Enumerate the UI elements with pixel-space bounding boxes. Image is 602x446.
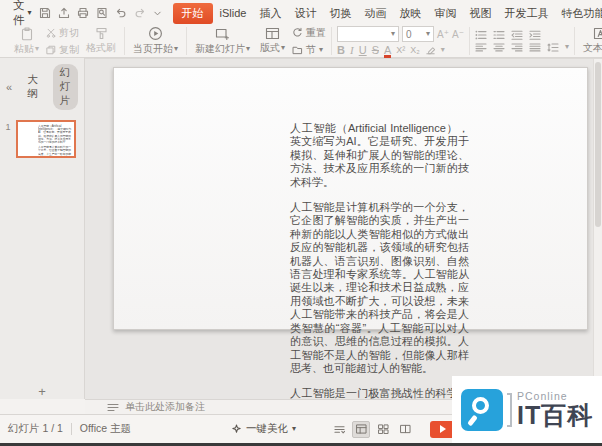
- align-right-icon[interactable]: [511, 43, 523, 52]
- slide-paragraph-1: 人工智能（Artificial Intelligence），英文缩写为AI。它是…: [290, 122, 469, 189]
- magnifier-logo-icon: [461, 389, 503, 431]
- print-button[interactable]: [77, 5, 89, 21]
- slide-counter: 幻灯片 1 / 1: [8, 422, 63, 436]
- cut-button[interactable]: 剪切: [46, 26, 79, 40]
- font-name-select[interactable]: ▾: [337, 26, 399, 42]
- tab-home[interactable]: 开始: [173, 3, 213, 24]
- watermark-brand: PConline: [517, 391, 593, 402]
- increase-indent-icon[interactable]: [529, 30, 541, 40]
- strikethrough-button[interactable]: S: [372, 44, 379, 56]
- text-effects-dropdown-icon[interactable]: ▾: [441, 46, 445, 54]
- justify-icon[interactable]: [529, 43, 541, 52]
- tab-insert[interactable]: 插入: [253, 3, 287, 24]
- subscript-button[interactable]: X₂: [410, 45, 420, 55]
- slide-sorter-button[interactable]: [374, 421, 392, 438]
- font-size-select[interactable]: 0▾: [402, 26, 434, 42]
- collapse-panel-icon[interactable]: «: [6, 81, 12, 93]
- line-spacing-icon[interactable]: [547, 43, 559, 52]
- textbox-icon: [593, 27, 602, 40]
- normal-view-button[interactable]: [352, 421, 370, 438]
- redo-button[interactable]: [134, 5, 146, 21]
- magic-wand-icon: [231, 424, 242, 435]
- folder-icon: [292, 45, 303, 55]
- clipboard-icon: [20, 27, 34, 41]
- add-slide-button[interactable]: +: [0, 383, 84, 399]
- undo-button[interactable]: [115, 5, 127, 21]
- file-menu-label: 文件: [13, 0, 25, 28]
- numbering-icon[interactable]: [493, 30, 505, 40]
- new-slide-button[interactable]: 新建幻灯片▾: [192, 27, 253, 56]
- tab-review[interactable]: 审阅: [428, 3, 462, 24]
- ribbon-toolbar: 粘贴▾ 剪切 复制 格式刷 当页开始▾: [0, 26, 602, 58]
- bullets-icon[interactable]: [475, 30, 487, 40]
- editing-canvas: 人工智能（Artificial Intelligence），英文缩写为AI。它是…: [85, 58, 602, 399]
- bold-button[interactable]: B: [337, 44, 345, 56]
- grow-font-button[interactable]: A⁺: [437, 29, 449, 40]
- chevron-down-icon: ▾: [28, 9, 32, 17]
- paste-button[interactable]: 粘贴▾: [11, 27, 42, 56]
- beautify-button[interactable]: 一键美化 ▾: [231, 422, 296, 436]
- tab-outline[interactable]: 大纲: [20, 71, 45, 103]
- customize-quick-access-icon[interactable]: [153, 5, 162, 21]
- reset-button[interactable]: 重置: [292, 26, 326, 40]
- underline-button[interactable]: U: [359, 44, 367, 56]
- shrink-font-button[interactable]: A⁻: [452, 29, 464, 40]
- print-preview-button[interactable]: [96, 5, 108, 21]
- file-menu[interactable]: 文件 ▾: [13, 0, 32, 28]
- play-from-current-button[interactable]: 当页开始▾: [130, 26, 181, 56]
- paragraph-group: ▾: [470, 27, 575, 55]
- slide-panel-header: « 大纲 幻灯片: [0, 58, 84, 114]
- font-color-button[interactable]: A: [384, 44, 391, 56]
- reading-view-button[interactable]: [396, 421, 414, 438]
- scrollbar-thumb[interactable]: [595, 62, 601, 227]
- copy-button[interactable]: 复制: [46, 43, 79, 57]
- notes-placeholder: 单击此处添加备注: [125, 400, 205, 414]
- align-center-icon[interactable]: [493, 43, 505, 52]
- decrease-indent-icon[interactable]: [511, 30, 523, 40]
- spacing-dropdown-icon[interactable]: ▾: [565, 43, 569, 52]
- notes-toggle-button[interactable]: [330, 421, 348, 438]
- play-icon: [440, 425, 446, 433]
- superscript-button[interactable]: X²: [396, 45, 405, 55]
- italic-button[interactable]: I: [350, 44, 354, 56]
- layout-button[interactable]: 版式▾: [257, 27, 288, 55]
- play-circle-icon: [148, 26, 163, 41]
- tab-design[interactable]: 设计: [288, 3, 322, 24]
- tab-slides[interactable]: 幻灯片: [53, 64, 78, 110]
- tab-slideshow[interactable]: 放映: [393, 3, 427, 24]
- tab-transition[interactable]: 切换: [323, 3, 357, 24]
- ribbon-tabs: 开始 iSlide 插入 设计 切换 动画 放映 审阅 视图 开发工具 特色功能: [173, 3, 602, 24]
- slide-thumbnail-number: 1: [0, 120, 16, 158]
- align-left-icon[interactable]: [475, 43, 487, 52]
- tab-special-features[interactable]: 特色功能: [555, 3, 602, 24]
- scissors-icon: [46, 28, 56, 38]
- tab-animation[interactable]: 动画: [358, 3, 392, 24]
- section-button[interactable]: 节▾: [292, 43, 326, 57]
- slide-paragraph-3: 人工智能是一门极富挑战性的科学，从事这项工作的人必须懂得计算机知识，心理学和哲学…: [290, 387, 469, 399]
- slide-thumbnail-content: 人工智能（Artificial Intelligence），英文缩写为AI。它是…: [38, 124, 72, 158]
- vertical-scrollbar[interactable]: [593, 59, 602, 399]
- title-bar: 文件 ▾ 开始 iSlide 插入 设计 切换 动画 放映 审阅 视图 开发工: [0, 0, 602, 26]
- textbox-button[interactable]: 文本框▾: [580, 27, 602, 55]
- reset-icon: [292, 27, 303, 38]
- new-slide-icon: [215, 27, 230, 41]
- export-button[interactable]: [58, 5, 70, 21]
- slide-thumbnail[interactable]: 人工智能（Artificial Intelligence），英文缩写为AI。它是…: [16, 120, 76, 158]
- format-painter-button[interactable]: 格式刷: [83, 27, 119, 55]
- tab-view[interactable]: 视图: [463, 3, 497, 24]
- slide-thumbnail-row: 1 人工智能（Artificial Intelligence），英文缩写为AI。…: [0, 120, 84, 158]
- tab-devtools[interactable]: 开发工具: [498, 3, 554, 24]
- theme-name[interactable]: Office 主题: [80, 422, 131, 436]
- save-button[interactable]: [39, 5, 51, 21]
- watermark-text: PConline IT百科: [517, 391, 593, 429]
- font-group: ▾ 0▾ A⁺ A⁻ B I U S A X² X₂ ▾: [332, 27, 470, 55]
- clear-format-icon[interactable]: [425, 45, 436, 56]
- insert-group: 文本框▾ 形状▾ 图片▾ 排列▾: [575, 27, 602, 55]
- slide-text-box[interactable]: 人工智能（Artificial Intelligence），英文缩写为AI。它是…: [290, 122, 469, 399]
- play-group: 当页开始▾: [125, 27, 187, 55]
- view-switcher: [330, 421, 414, 438]
- tab-islide[interactable]: iSlide: [214, 4, 253, 22]
- statusbar-divider: [71, 423, 72, 435]
- slides-group: 新建幻灯片▾ 版式▾ 重置 节▾: [187, 27, 332, 55]
- notes-icon: [107, 403, 119, 412]
